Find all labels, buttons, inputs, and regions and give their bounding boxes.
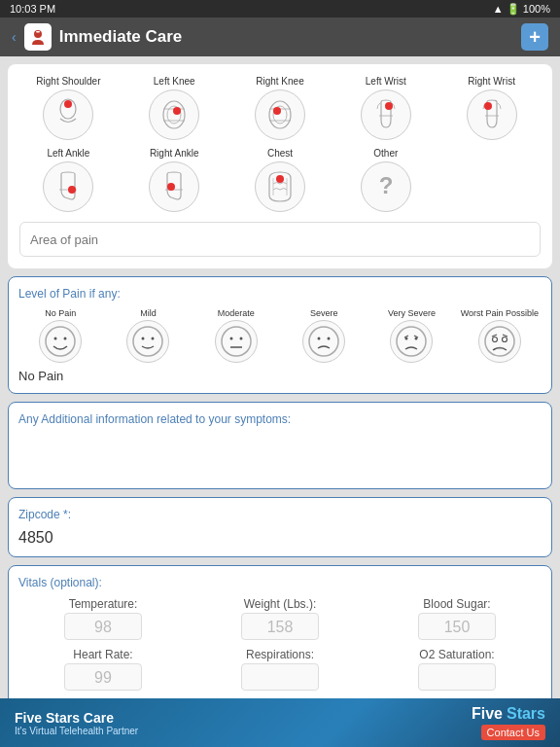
battery-icon: 🔋 [507, 3, 523, 15]
zipcode-section: Zipcode *: 4850 [8, 497, 552, 557]
pain-worst[interactable]: Worst Pain Possible [458, 308, 542, 363]
vitals-grid: Temperature: 98 Weight (Lbs.): 158 Blood… [18, 597, 542, 691]
pain-no-pain[interactable]: No Pain [18, 308, 102, 363]
pain-mild[interactable]: Mild [106, 308, 190, 363]
zipcode-label: Zipcode *: [18, 508, 542, 521]
main-content: Right Shoulder Left Knee [0, 56, 560, 698]
svg-point-34 [502, 338, 507, 342]
vital-o2-saturation: O2 Saturation: [372, 648, 542, 691]
selected-pain-label: No Pain [18, 369, 542, 383]
svg-point-29 [397, 327, 426, 356]
svg-point-21 [152, 338, 155, 340]
svg-point-16 [46, 327, 75, 356]
svg-point-23 [229, 338, 232, 340]
footer-right: Five Stars Contact Us [472, 705, 545, 740]
add-button[interactable]: + [521, 23, 548, 51]
body-item-right-knee[interactable]: Right Knee [231, 76, 330, 140]
svg-point-32 [485, 327, 514, 356]
five-stars-logo: Five Stars [472, 705, 545, 723]
svg-point-20 [142, 338, 145, 340]
body-parts-section: Right Shoulder Left Knee [8, 64, 552, 268]
svg-point-7 [269, 101, 291, 128]
svg-point-26 [309, 327, 338, 356]
pain-moderate[interactable]: Moderate [194, 308, 278, 363]
pain-faces-grid: No Pain Mild [18, 308, 542, 363]
back-button[interactable]: ‹ [12, 29, 17, 45]
vital-heart-rate: Heart Rate: 99 [18, 648, 188, 691]
additional-info-label: Any Additional information related to yo… [18, 412, 542, 426]
vital-respirations: Respirations: [195, 648, 365, 691]
footer-left: Five Stars Care It's Virtual Telehealth … [15, 710, 138, 736]
status-time: 10:03 PM [10, 3, 55, 15]
body-item-right-ankle[interactable]: Right Ankle [125, 148, 224, 212]
body-grid: Right Shoulder Left Knee [19, 76, 541, 212]
footer-banner: Five Stars Care It's Virtual Telehealth … [0, 698, 560, 747]
svg-point-22 [222, 327, 251, 356]
vitals-section: Vitals (optional): Temperature: 98 Weigh… [8, 565, 552, 698]
vitals-label: Vitals (optional): [18, 576, 542, 589]
svg-point-3 [163, 101, 185, 128]
status-bar: 10:03 PM ▲ 🔋 100% [0, 0, 560, 18]
wifi-icon: ▲ [493, 3, 507, 15]
app-icon [24, 23, 52, 51]
vital-blood-sugar: Blood Sugar: 150 [372, 597, 542, 640]
body-item-right-wrist[interactable]: Right Wrist [442, 76, 541, 140]
battery-level: 100% [523, 3, 550, 15]
footer-title: Five Stars Care [15, 710, 138, 726]
zipcode-value[interactable]: 4850 [18, 529, 542, 547]
footer-subtitle: It's Virtual Telehealth Partner [15, 726, 138, 736]
header-left: ‹ Immediate Care [12, 23, 182, 51]
body-item-other[interactable]: Other ? [336, 148, 435, 212]
vital-temperature: Temperature: 98 [18, 597, 188, 640]
body-item-left-wrist[interactable]: Left Wrist [336, 76, 435, 140]
svg-point-17 [54, 338, 57, 340]
svg-point-28 [328, 338, 331, 340]
svg-point-19 [133, 327, 162, 356]
body-item-chest[interactable]: Chest [231, 148, 330, 212]
svg-text:?: ? [378, 172, 393, 198]
body-item-left-knee[interactable]: Left Knee [125, 76, 224, 140]
pain-level-section: Level of Pain if any: No Pain Mild [8, 276, 552, 394]
svg-point-33 [492, 338, 497, 342]
pain-severe[interactable]: Severe [282, 308, 366, 363]
contact-us-button[interactable]: Contact Us [481, 725, 545, 740]
svg-rect-1 [36, 31, 40, 33]
body-item-right-shoulder[interactable]: Right Shoulder [19, 76, 118, 140]
header-title: Immediate Care [59, 27, 183, 47]
header: ‹ Immediate Care + [0, 18, 560, 56]
status-right: ▲ 🔋 100% [493, 3, 550, 16]
additional-info-section[interactable]: Any Additional information related to yo… [8, 402, 552, 489]
svg-point-24 [239, 338, 242, 340]
vital-weight: Weight (Lbs.): 158 [195, 597, 365, 640]
svg-point-31 [415, 338, 418, 340]
body-item-left-ankle[interactable]: Left Ankle [19, 148, 118, 212]
area-of-pain-input[interactable] [19, 222, 541, 257]
svg-point-30 [405, 338, 408, 340]
svg-point-27 [318, 338, 321, 340]
pain-level-label: Level of Pain if any: [18, 287, 542, 301]
svg-point-18 [64, 338, 67, 340]
pain-very-severe[interactable]: Very Severe [369, 308, 453, 363]
